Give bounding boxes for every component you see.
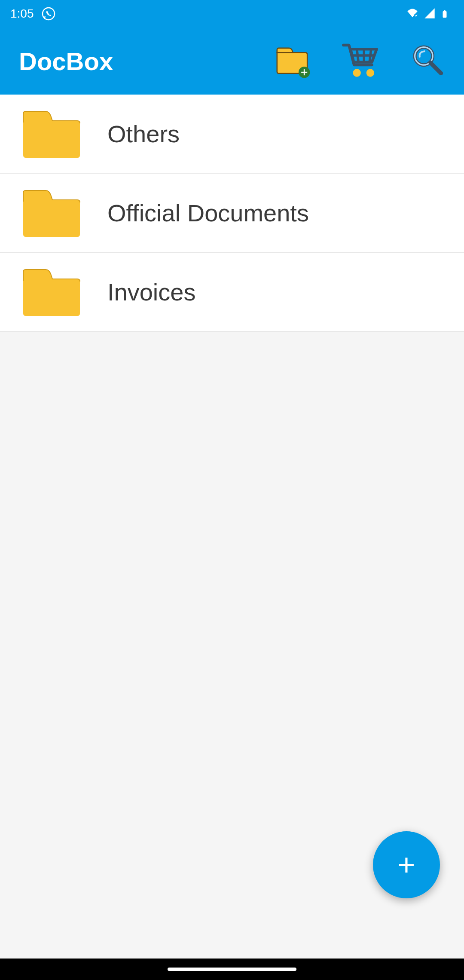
wifi-icon <box>406 7 419 20</box>
battery-icon <box>441 7 454 20</box>
new-folder-button[interactable] <box>273 42 311 80</box>
svg-point-12 <box>366 69 374 77</box>
cart-button[interactable] <box>341 42 379 80</box>
plus-icon: + <box>398 848 415 882</box>
navigation-bar <box>0 959 464 980</box>
search-button[interactable] <box>409 42 447 80</box>
add-fab[interactable]: + <box>373 831 440 898</box>
folder-list: Others Official Documents Invoices <box>0 95 464 959</box>
nav-handle[interactable] <box>168 968 296 971</box>
folder-label: Official Documents <box>107 199 309 227</box>
folder-icon <box>21 187 82 239</box>
status-bar: 1:05 <box>0 0 464 28</box>
svg-rect-2 <box>443 11 447 18</box>
folder-icon <box>21 266 82 318</box>
signal-icon <box>424 7 437 20</box>
folder-label: Invoices <box>107 278 195 306</box>
svg-line-15 <box>430 63 441 73</box>
folder-label: Others <box>107 120 180 148</box>
folder-item-others[interactable]: Others <box>0 95 464 174</box>
svg-rect-3 <box>444 10 446 12</box>
folder-plus-icon <box>273 41 311 81</box>
whatsapp-icon <box>42 7 55 21</box>
app-title: DocBox <box>19 47 273 76</box>
svg-point-11 <box>353 69 360 77</box>
status-time: 1:05 <box>10 7 34 21</box>
folder-item-invoices[interactable]: Invoices <box>0 253 464 332</box>
cart-icon <box>340 40 380 82</box>
folder-item-official-documents[interactable]: Official Documents <box>0 174 464 253</box>
search-icon <box>411 43 445 79</box>
app-bar: DocBox <box>0 28 464 95</box>
folder-icon <box>21 108 82 159</box>
